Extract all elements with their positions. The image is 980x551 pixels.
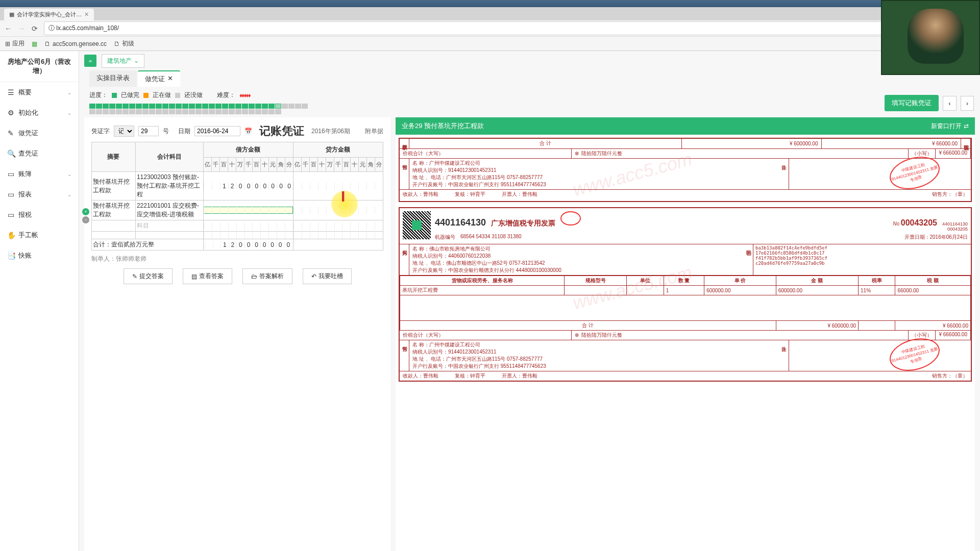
debit-cell[interactable]	[203, 220, 293, 232]
progress-cell[interactable]	[229, 109, 235, 114]
progress-cell[interactable]	[235, 104, 241, 109]
progress-cell[interactable]	[202, 109, 208, 114]
feedback-button[interactable]: ↶我要吐槽	[303, 268, 352, 284]
progress-cell[interactable]	[288, 104, 295, 109]
progress-cell[interactable]	[275, 109, 281, 114]
progress-cell[interactable]	[202, 104, 208, 109]
summary-cell[interactable]	[92, 220, 136, 232]
progress-cell[interactable]	[249, 109, 255, 114]
url-input[interactable]: ⓘ lx.acc5.com/main_108/	[44, 21, 976, 35]
voucher-number-input[interactable]	[138, 126, 159, 136]
progress-cell[interactable]	[116, 104, 122, 109]
progress-cell[interactable]	[109, 109, 115, 114]
bookmark-item[interactable]: ▦	[32, 40, 37, 47]
account-cell[interactable]	[135, 232, 203, 239]
progress-cell[interactable]	[156, 109, 162, 114]
account-cell[interactable]: 科目	[135, 220, 203, 232]
progress-cell[interactable]	[96, 109, 102, 114]
progress-cell[interactable]	[229, 104, 235, 109]
progress-cell[interactable]	[249, 104, 255, 109]
view-answer-button[interactable]: ▤查看答案	[183, 268, 232, 284]
fill-voucher-button[interactable]: 填写记账凭证	[885, 95, 939, 111]
calendar-icon[interactable]: 📅	[244, 128, 252, 135]
progress-cell[interactable]	[295, 104, 301, 109]
sidebar-item-1[interactable]: ⚙初始化⌄	[0, 103, 79, 123]
apps-button[interactable]: ⊞应用	[5, 39, 24, 48]
progress-cell[interactable]	[255, 109, 261, 114]
sidebar-item-2[interactable]: ✎做凭证	[0, 123, 79, 143]
progress-cell[interactable]	[129, 109, 135, 114]
account-cell[interactable]: 2221001001 应交税费-应交增值税-进项税额	[135, 201, 203, 220]
progress-cell[interactable]	[176, 109, 182, 114]
sidebar-item-6[interactable]: ▭报税	[0, 205, 79, 225]
browser-tab[interactable]: ▦ 会计学堂实操中心_会计… ✕	[4, 9, 94, 20]
progress-cell[interactable]	[215, 109, 222, 114]
progress-cell[interactable]	[222, 109, 228, 114]
progress-cell[interactable]	[262, 109, 268, 114]
progress-cell[interactable]	[149, 109, 155, 114]
credit-cell[interactable]	[293, 220, 383, 232]
progress-cell[interactable]	[262, 104, 268, 109]
progress-cell[interactable]	[268, 104, 275, 109]
progress-cell[interactable]	[195, 104, 202, 109]
bookmark-item[interactable]: 🗋acc5com.gensee.cc	[44, 40, 107, 47]
debit-cell[interactable]	[203, 232, 293, 239]
progress-cell[interactable]	[215, 104, 222, 109]
progress-cell[interactable]	[182, 104, 188, 109]
progress-cell[interactable]	[103, 104, 109, 109]
progress-cell[interactable]	[189, 109, 195, 114]
progress-cell[interactable]	[142, 104, 149, 109]
submit-button[interactable]: ✎提交答案	[124, 268, 173, 284]
progress-cell[interactable]	[182, 109, 188, 114]
progress-cell[interactable]	[162, 104, 168, 109]
collapse-sidebar-button[interactable]: «	[84, 55, 96, 67]
progress-cell[interactable]	[89, 104, 95, 109]
next-button[interactable]: ›	[961, 96, 974, 111]
account-cell[interactable]: 1123002003 预付账款-预付工程款-基坑开挖工程	[135, 172, 203, 201]
back-icon[interactable]: ←	[4, 24, 12, 33]
progress-cell[interactable]	[275, 104, 281, 109]
progress-cell[interactable]	[209, 104, 215, 109]
progress-cell[interactable]	[302, 104, 308, 109]
credit-cell[interactable]	[293, 201, 383, 220]
progress-cell[interactable]	[169, 104, 175, 109]
progress-cell[interactable]	[103, 109, 109, 114]
summary-cell[interactable]: 预付基坑开挖工程款	[92, 172, 136, 201]
progress-cell[interactable]	[122, 109, 129, 114]
progress-cell[interactable]	[149, 104, 155, 109]
progress-cell[interactable]	[89, 109, 95, 114]
progress-cell[interactable]	[116, 109, 122, 114]
progress-cell[interactable]	[189, 104, 195, 109]
close-icon[interactable]: ✕	[84, 11, 89, 18]
debit-cell[interactable]: 120000000	[203, 172, 293, 201]
reload-icon[interactable]: ⟳	[31, 24, 39, 33]
parse-answer-button[interactable]: 🗁答案解析	[242, 268, 292, 284]
reference-body[interactable]: 教学票据 合 计 ¥ 600000.00 ¥ 66000.00 购货凭证 价税合…	[396, 135, 975, 551]
progress-cell[interactable]	[129, 104, 135, 109]
progress-cell[interactable]	[282, 104, 288, 109]
progress-cell[interactable]	[222, 104, 228, 109]
progress-cell[interactable]	[195, 109, 202, 114]
progress-cell[interactable]	[122, 104, 129, 109]
credit-cell[interactable]	[293, 232, 383, 239]
voucher-char-select[interactable]: 记	[114, 126, 134, 137]
tab-1[interactable]: 做凭证✕	[138, 70, 180, 87]
forward-icon[interactable]: →	[17, 24, 26, 33]
voucher-date-input[interactable]	[194, 126, 240, 136]
sidebar-item-5[interactable]: ▭报表⌄	[0, 184, 79, 205]
progress-cell[interactable]	[96, 104, 102, 109]
progress-cell[interactable]	[109, 104, 115, 109]
close-icon[interactable]: ✕	[167, 74, 173, 84]
progress-cell[interactable]	[242, 109, 248, 114]
progress-cell[interactable]	[255, 104, 261, 109]
progress-cell[interactable]	[136, 104, 142, 109]
sidebar-item-8[interactable]: 📑快账	[0, 245, 79, 266]
open-new-window-button[interactable]: 新窗口打开⇄	[931, 122, 969, 131]
progress-cell[interactable]	[142, 109, 149, 114]
summary-cell[interactable]	[92, 232, 136, 239]
progress-cell[interactable]	[169, 109, 175, 114]
progress-cell[interactable]	[176, 104, 182, 109]
progress-cell[interactable]	[156, 104, 162, 109]
progress-cell[interactable]	[235, 109, 241, 114]
sidebar-item-7[interactable]: ✋手工帐	[0, 225, 79, 245]
